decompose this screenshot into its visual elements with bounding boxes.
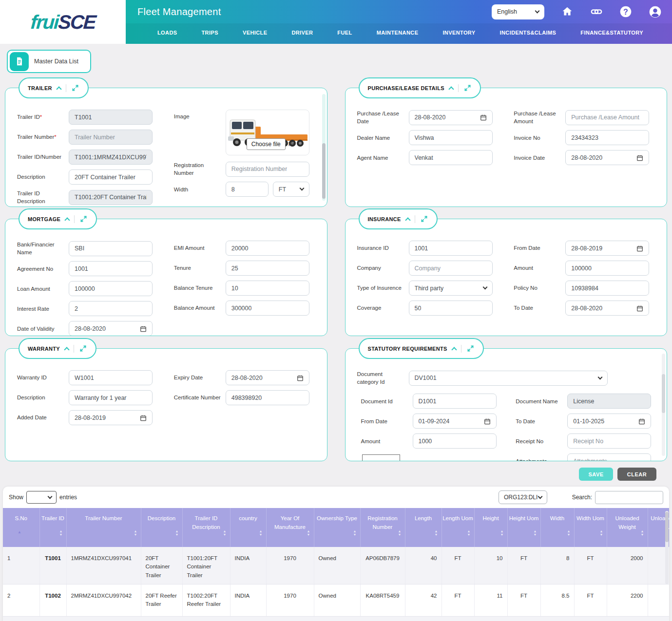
collapse-icon[interactable] <box>451 347 457 352</box>
insurance-panel-header[interactable]: INSURANCE <box>359 208 438 229</box>
link-icon[interactable] <box>590 5 603 18</box>
invoice-no-input[interactable]: 23434323 <box>565 130 649 145</box>
tenure-input[interactable]: 25 <box>226 261 309 276</box>
expand-icon[interactable] <box>466 344 475 353</box>
column-header-ownership[interactable]: Ownership Type▲▼ <box>314 508 360 547</box>
registration-number-input[interactable]: Registration Number <box>226 162 309 177</box>
nav-loads[interactable]: LOADS <box>157 30 177 36</box>
expand-icon[interactable] <box>420 215 428 223</box>
policy-no-input[interactable]: 10938984 <box>565 281 649 296</box>
master-data-list-button[interactable]: Master Data List <box>7 50 91 73</box>
purchase-date-input[interactable]: 28-08-2020 <box>409 110 493 125</box>
emi-amount-input[interactable]: 20000 <box>226 241 309 256</box>
column-header-trailer-number[interactable]: Trailer Number▲▼ <box>66 508 141 547</box>
user-icon[interactable] <box>649 5 661 18</box>
column-header-country[interactable]: country▲▼ <box>230 508 266 547</box>
choose-file-button[interactable]: Choose file <box>247 138 286 150</box>
agreement-no-input[interactable]: 1001 <box>69 261 153 276</box>
attachments-input[interactable]: Attachments <box>567 453 651 461</box>
insurance-amount-input[interactable]: 100000 <box>565 261 649 276</box>
width-input[interactable]: 8 <box>226 182 269 197</box>
clear-button[interactable]: CLEAR <box>617 468 656 481</box>
column-header-registration[interactable]: Registration Number▲▼ <box>360 508 405 547</box>
statutory-panel-header[interactable]: STATUTORY REQUIREMENTS <box>359 338 484 359</box>
loan-amount-input[interactable]: 100000 <box>69 281 153 296</box>
warranty-panel-header[interactable]: WARRANTY <box>19 338 96 359</box>
balance-amount-input[interactable]: 300000 <box>226 301 309 316</box>
column-header-length-uom[interactable]: Length Uom▲▼ <box>442 508 474 547</box>
trailer-id-input[interactable]: T1001 <box>69 110 153 125</box>
type-of-insurance-select[interactable]: Third party <box>409 281 493 296</box>
language-select[interactable]: English <box>492 4 544 19</box>
certificate-number-input[interactable]: 498398920 <box>226 390 309 405</box>
column-header-width-uom[interactable]: Width Uom▲▼ <box>574 508 607 547</box>
collapse-icon[interactable] <box>64 347 69 352</box>
width-uom-select[interactable]: FT <box>273 182 309 197</box>
collapse-icon[interactable] <box>405 217 410 223</box>
column-header-length[interactable]: Length▲▼ <box>405 508 442 547</box>
home-icon[interactable] <box>561 5 574 18</box>
warranty-id-input[interactable]: W1001 <box>69 370 153 385</box>
balance-tenure-input[interactable]: 10 <box>226 281 309 296</box>
expand-icon[interactable] <box>71 84 79 92</box>
collapse-icon[interactable] <box>448 86 454 92</box>
document-id-input[interactable]: D1001 <box>413 394 497 409</box>
column-header-trailer-id[interactable]: Trailer ID▲▼ <box>39 508 66 547</box>
warranty-description-input[interactable]: Warranty for 1 year <box>69 390 153 405</box>
help-icon[interactable]: ? <box>619 5 632 18</box>
mortgage-panel-header[interactable]: MORTGAGE <box>19 208 97 229</box>
collapse-icon[interactable] <box>56 86 61 92</box>
search-input[interactable] <box>595 491 663 504</box>
coverage-input[interactable]: 50 <box>409 301 493 316</box>
expand-icon[interactable] <box>79 344 87 353</box>
entries-per-page-select[interactable] <box>26 491 57 504</box>
nav-finance-statutory[interactable]: FINANCE&STATUTORY <box>580 30 643 36</box>
to-date-input[interactable]: 28-08-2020 <box>565 301 649 316</box>
column-header-trailer-id-description[interactable]: Trailer ID Description▲▼ <box>182 508 230 547</box>
added-date-input[interactable]: 28-08-2019 <box>69 410 153 425</box>
nav-maintenance[interactable]: MAINTENANCE <box>377 30 419 36</box>
invoice-date-input[interactable]: 28-08-2020 <box>565 150 649 165</box>
bank-name-input[interactable]: SBI <box>69 241 153 256</box>
description-input[interactable]: 20FT Container Trailer <box>69 169 153 185</box>
trailer-id-number-input[interactable]: T1001:1MRMZ41DXCU997041 <box>69 150 153 165</box>
insurance-id-input[interactable]: 1001 <box>409 241 493 256</box>
document-name-input[interactable]: License <box>567 394 651 409</box>
expand-icon[interactable] <box>463 84 472 92</box>
app-logo[interactable]: fruiSCE <box>0 0 126 44</box>
table-scrollbar[interactable] <box>665 511 669 584</box>
trailer-id-description-input[interactable]: T1001:20FT Container Trailer <box>69 190 153 205</box>
expand-icon[interactable] <box>79 215 88 223</box>
trailer-number-input[interactable]: Trailer Number <box>69 130 153 145</box>
company-input[interactable]: Company <box>409 261 493 276</box>
save-button[interactable]: SAVE <box>579 468 613 481</box>
nav-incidents-claims[interactable]: INCIDENTS&CLAIMS <box>500 30 557 36</box>
nav-driver[interactable]: DRIVER <box>291 30 313 36</box>
expiry-date-input[interactable]: 28-08-2020 <box>226 370 309 385</box>
statutory-to-date-input[interactable]: 01-10-2025 <box>567 414 651 429</box>
interest-rate-input[interactable]: 2 <box>69 301 153 316</box>
column-header-height[interactable]: Height▲▼ <box>474 508 507 547</box>
table-row[interactable]: 1 T1001 1MRMZ41DXCU997041 20FT Container… <box>3 547 669 584</box>
column-header-height-uom[interactable]: Height Uom▲▼ <box>507 508 540 547</box>
column-header-sno[interactable]: S.No▲ <box>3 508 39 547</box>
nav-vehicle[interactable]: VEHICLE <box>243 30 267 36</box>
document-category-select[interactable]: DV1001 <box>409 371 608 386</box>
receipt-no-input[interactable]: Receipt No <box>567 433 651 449</box>
collapse-icon[interactable] <box>65 217 70 223</box>
panel-scrollbar[interactable] <box>322 94 326 201</box>
table-row[interactable]: 2 T1002 2MRMZ41DXCU997042 20FT Reefer Tr… <box>3 584 669 616</box>
trailer-panel-header[interactable]: TRAILER <box>19 77 89 98</box>
agent-name-input[interactable]: Venkat <box>409 150 493 165</box>
date-of-validity-input[interactable]: 28-08-2020 <box>69 321 153 336</box>
column-header-year[interactable]: Year Of Manufacture▲▼ <box>266 508 314 547</box>
statutory-amount-input[interactable]: 1000 <box>413 433 497 449</box>
from-date-input[interactable]: 28-08-2019 <box>565 241 649 256</box>
nav-trips[interactable]: TRIPS <box>202 30 218 36</box>
nav-inventory[interactable]: INVENTORY <box>442 30 475 36</box>
column-header-description[interactable]: Description▲▼ <box>141 508 182 547</box>
column-header-unloaded-weight[interactable]: Unloaded Weight▲▼ <box>607 508 648 547</box>
statutory-from-date-input[interactable]: 01-09-2024 <box>413 414 497 429</box>
org-filter-select[interactable]: ORG123:DLI <box>499 490 547 504</box>
purchase-panel-header[interactable]: PURCHASE/LEASE DETAILS <box>359 77 481 98</box>
